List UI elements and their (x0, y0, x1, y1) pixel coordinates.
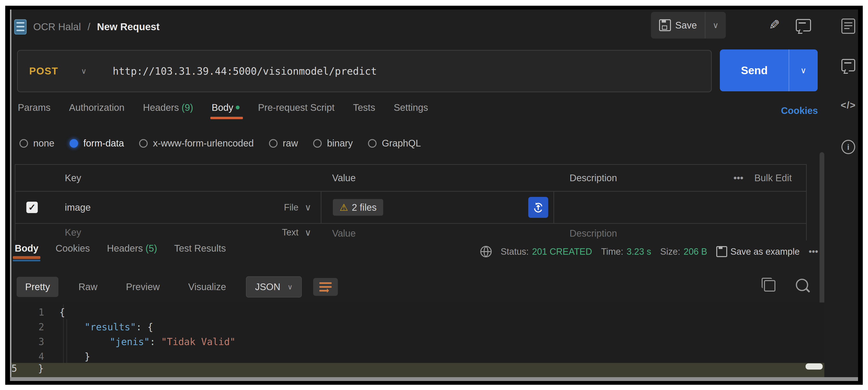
line-number: 2 (11, 322, 44, 332)
save-dropdown-button[interactable]: ∨ (705, 12, 726, 38)
tab-authorization[interactable]: Authorization (69, 102, 124, 119)
radio-icon (368, 139, 376, 148)
code-line: } (38, 363, 44, 374)
status-badge: Status: 201 CREATED (501, 247, 592, 257)
chevron-down-icon: ∨ (713, 21, 719, 30)
code-line-4: 4 } (11, 349, 824, 364)
time-value: 3.23 s (626, 247, 651, 257)
more-icon[interactable]: ••• (733, 173, 743, 183)
wrap-text-button[interactable] (313, 278, 338, 296)
radio-selected-icon (69, 139, 78, 148)
response-headers-count: (5) (146, 243, 157, 253)
key-placeholder[interactable]: Key (65, 227, 81, 238)
column-header-value: Value (321, 165, 553, 191)
mode-graphql[interactable]: GraphQL (368, 138, 421, 149)
sidebar-item-comments[interactable] (841, 59, 855, 71)
url-input[interactable]: http://103.31.39.44:5000/visionmodel/pre… (113, 65, 377, 77)
body-modified-dot (236, 106, 240, 109)
request-tabs: Params Authorization Headers (9) Body Pr… (18, 102, 818, 119)
view-preview[interactable]: Preview (118, 277, 168, 297)
editor-scrollbar-thumb[interactable] (806, 363, 823, 369)
window-bottom-edge (10, 377, 858, 381)
mode-x-www-form-urlencoded[interactable]: x-www-form-urlencoded (139, 138, 254, 149)
breadcrumb-workspace[interactable]: OCR Halal (33, 21, 81, 33)
line-number: 4 (11, 351, 44, 362)
search-icon[interactable] (796, 279, 808, 291)
tab-tests[interactable]: Tests (353, 102, 375, 119)
line-number: 3 (11, 336, 44, 347)
mode-none[interactable]: none (20, 138, 54, 149)
tab-body[interactable]: Body (212, 102, 240, 119)
status-value: 201 CREATED (532, 247, 592, 257)
url-bar: POST ∨ http://103.31.39.44:5000/visionmo… (17, 50, 712, 92)
info-icon: i (841, 140, 855, 154)
response-tab-test-results[interactable]: Test Results (174, 243, 226, 261)
key-cell[interactable]: image (65, 202, 91, 213)
value-placeholder[interactable]: Value (321, 227, 553, 240)
save-button[interactable]: Save ∨ (651, 12, 726, 38)
type-selector[interactable]: Text ∨ (282, 227, 311, 238)
view-raw[interactable]: Raw (70, 277, 106, 297)
row-checkbox[interactable]: ✓ (26, 202, 38, 213)
description-cell[interactable] (553, 192, 806, 223)
view-visualize[interactable]: Visualize (180, 277, 235, 297)
response-view-toolbar: Pretty Raw Preview Visualize JSON ∨ (17, 275, 338, 298)
response-tab-cookies[interactable]: Cookies (56, 243, 90, 261)
chevron-down-icon[interactable]: ∨ (81, 66, 86, 76)
tab-params[interactable]: Params (18, 102, 51, 119)
line-number: 1 (11, 307, 44, 318)
tab-headers[interactable]: Headers (9) (143, 102, 193, 119)
code-icon: </> (841, 100, 856, 111)
sidebar-item-documentation[interactable] (841, 19, 855, 34)
format-selector[interactable]: JSON ∨ (246, 276, 302, 298)
tab-settings[interactable]: Settings (394, 102, 428, 119)
type-selector[interactable]: File ∨ (284, 202, 311, 213)
column-header-key: Key (49, 173, 321, 183)
save-icon (659, 19, 671, 31)
files-count: 2 files (352, 202, 377, 213)
view-pretty[interactable]: Pretty (17, 277, 58, 297)
send-label: Send (720, 64, 789, 77)
response-body-editor[interactable]: 5 } 1 { 2 "results": { 3 "jenis": "Tidak… (11, 303, 824, 380)
response-tab-headers[interactable]: Headers (5) (107, 243, 157, 261)
method-selector[interactable]: POST (29, 65, 58, 77)
chevron-down-icon: ∨ (305, 227, 311, 238)
copy-icon[interactable] (764, 280, 775, 291)
globe-icon[interactable] (480, 246, 492, 257)
breadcrumb-separator: / (88, 21, 90, 33)
sidebar-item-code[interactable]: </> (841, 100, 855, 111)
mode-form-data[interactable]: form-data (69, 138, 124, 149)
bulk-edit-button[interactable]: Bulk Edit (754, 173, 792, 183)
request-name[interactable]: New Request (97, 21, 159, 33)
edit-icon[interactable]: ✎ (769, 17, 780, 33)
mode-raw[interactable]: raw (269, 138, 298, 149)
description-placeholder[interactable]: Description (553, 227, 806, 240)
save-icon (716, 246, 727, 257)
warning-icon: ⚠ (340, 202, 348, 213)
comment-icon (796, 19, 811, 31)
code-line-1: 1 { (11, 305, 824, 319)
response-tab-body[interactable]: Body (15, 243, 38, 261)
upload-button[interactable] (528, 197, 548, 218)
mode-binary[interactable]: binary (313, 138, 353, 149)
table-header-row: Key Value Description ••• Bulk Edit (16, 165, 806, 192)
send-dropdown-button[interactable]: ∨ (789, 50, 818, 91)
save-as-example-button[interactable]: Save as example (716, 246, 800, 257)
sidebar-item-info[interactable]: i (841, 140, 855, 154)
comment-icon (841, 59, 855, 71)
chevron-down-icon: ∨ (287, 283, 293, 291)
active-tab-underline (13, 256, 40, 259)
save-button-main[interactable]: Save (651, 12, 705, 38)
cookies-link[interactable]: Cookies (781, 105, 818, 116)
more-icon[interactable]: ••• (809, 247, 818, 257)
comment-button[interactable] (796, 19, 811, 31)
column-header-description: Description ••• Bulk Edit (553, 165, 806, 191)
save-label: Save (675, 20, 697, 31)
files-chip[interactable]: ⚠ 2 files (333, 199, 383, 216)
headers-count: (9) (182, 102, 193, 113)
send-button[interactable]: Send ∨ (720, 50, 818, 91)
tab-pre-request-script[interactable]: Pre-request Script (258, 102, 335, 119)
wrap-text-icon (319, 282, 332, 284)
radio-icon (20, 139, 28, 148)
response-tabs: Body Cookies Headers (5) Test Results (15, 243, 226, 261)
